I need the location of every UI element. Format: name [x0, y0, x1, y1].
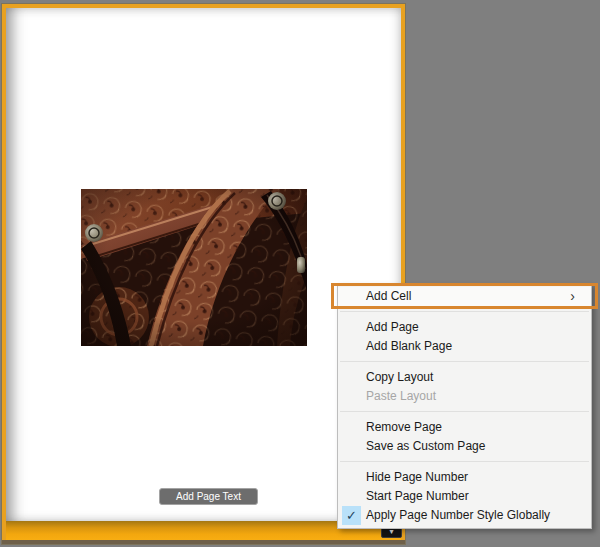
menu-item-label: Paste Layout	[366, 389, 436, 403]
menu-item-label: Save as Custom Page	[366, 439, 485, 453]
menu-item-label: Hide Page Number	[366, 470, 468, 484]
menu-item-remove-page[interactable]: Remove Page	[338, 418, 591, 437]
frame-bottom-edge	[2, 540, 405, 544]
menu-item-copy-layout[interactable]: Copy Layout	[338, 368, 591, 387]
menu-item-label: Add Page	[366, 320, 419, 334]
menu-separator	[340, 411, 589, 412]
add-page-text-button[interactable]: Add Page Text	[159, 488, 258, 505]
menu-separator	[340, 311, 589, 312]
context-menu: Add Cell › Add Page Add Blank Page Copy …	[337, 283, 592, 529]
menu-item-save-as-custom-page[interactable]: Save as Custom Page	[338, 437, 591, 456]
menu-item-label: Add Blank Page	[366, 339, 452, 353]
menu-item-paste-layout: Paste Layout	[338, 387, 591, 406]
checkmark-icon: ✓	[342, 506, 361, 525]
app-canvas: Add Page Text ▾ Add Cell › Add Page Add …	[0, 0, 600, 547]
menu-separator	[340, 461, 589, 462]
menu-item-label: Add Cell	[366, 289, 411, 303]
menu-item-add-cell[interactable]: Add Cell ›	[338, 287, 591, 306]
saddle-photo[interactable]	[81, 189, 307, 346]
menu-item-label: Apply Page Number Style Globally	[366, 508, 550, 522]
menu-item-label: Remove Page	[366, 420, 442, 434]
menu-item-add-page[interactable]: Add Page	[338, 318, 591, 337]
menu-separator	[340, 361, 589, 362]
menu-item-label: Copy Layout	[366, 370, 433, 384]
submenu-arrow-icon: ›	[570, 287, 575, 306]
menu-item-start-page-number[interactable]: Start Page Number	[338, 487, 591, 506]
menu-item-label: Start Page Number	[366, 489, 469, 503]
menu-item-apply-page-number-style-globally[interactable]: ✓ Apply Page Number Style Globally	[338, 506, 591, 525]
menu-item-add-blank-page[interactable]: Add Blank Page	[338, 337, 591, 356]
menu-item-hide-page-number[interactable]: Hide Page Number	[338, 468, 591, 487]
